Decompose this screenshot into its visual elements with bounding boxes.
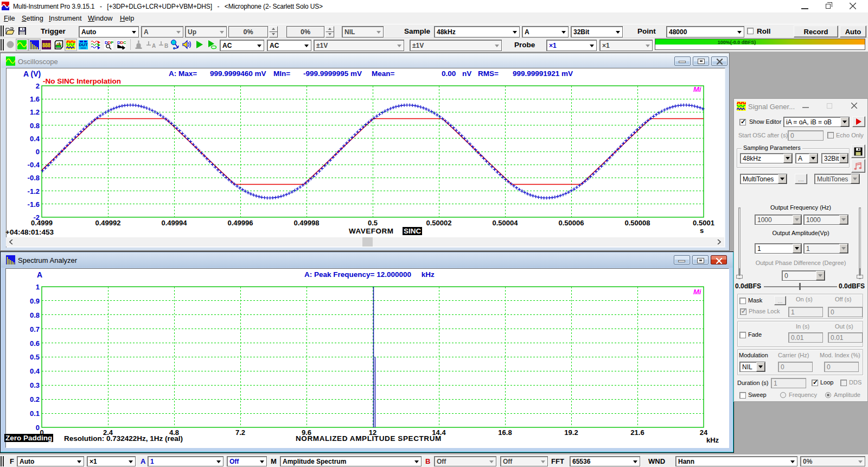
- svg-text:A: A: [152, 43, 156, 49]
- svg-text:888: 888: [42, 42, 50, 48]
- svg-text:B: B: [164, 43, 168, 49]
- svg-text:ooo: ooo: [80, 46, 86, 49]
- svg-text:P: P: [111, 40, 113, 45]
- svg-text:C: C: [123, 40, 126, 45]
